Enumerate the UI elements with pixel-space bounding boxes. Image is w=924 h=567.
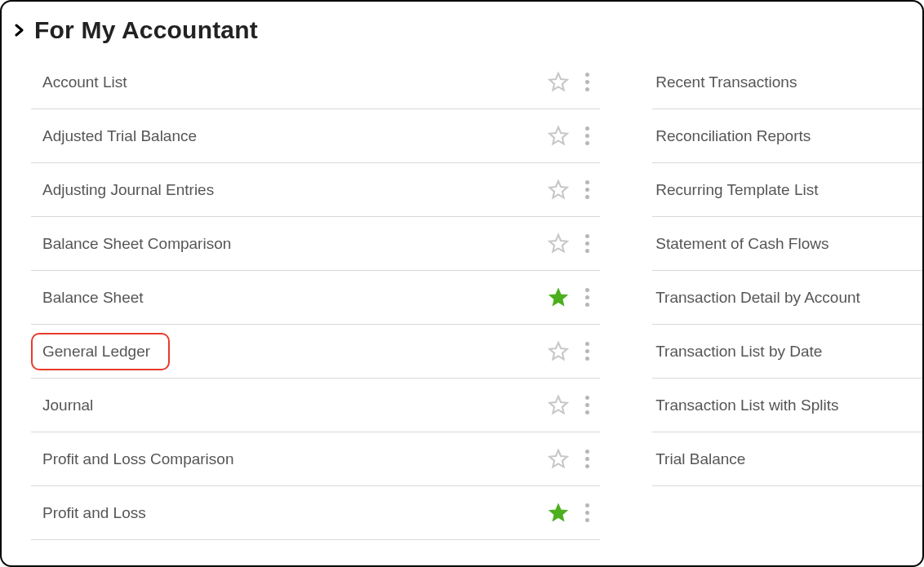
row-actions (544, 176, 600, 204)
report-row[interactable]: Trial Balance (652, 432, 922, 486)
report-label[interactable]: Transaction List by Date (652, 343, 922, 361)
row-actions (544, 499, 600, 527)
report-row[interactable]: Recurring Template List (652, 163, 922, 217)
star-outline-icon[interactable] (544, 176, 572, 204)
kebab-menu-icon[interactable] (577, 284, 597, 312)
report-row[interactable]: Adjusting Journal Entries (31, 163, 600, 217)
report-label[interactable]: Adjusting Journal Entries (31, 181, 544, 199)
kebab-menu-icon[interactable] (577, 338, 597, 365)
report-row[interactable]: Account List (31, 55, 600, 109)
row-actions (544, 338, 600, 365)
report-label[interactable]: Reconciliation Reports (652, 127, 922, 145)
kebab-menu-icon[interactable] (577, 392, 597, 419)
report-label[interactable]: Recurring Template List (652, 181, 922, 199)
report-label[interactable]: Transaction Detail by Account (652, 289, 922, 307)
report-row[interactable]: General Ledger (31, 325, 600, 379)
report-columns: Account ListAdjusted Trial BalanceAdjust… (2, 55, 922, 540)
report-list-right: Recent TransactionsReconciliation Report… (652, 55, 922, 486)
kebab-menu-icon[interactable] (577, 499, 597, 527)
report-list-left: Account ListAdjusted Trial BalanceAdjust… (31, 55, 600, 540)
kebab-menu-icon[interactable] (577, 122, 597, 150)
section-title: For My Accountant (34, 16, 258, 44)
row-actions (544, 392, 600, 419)
row-actions (544, 230, 600, 258)
kebab-menu-icon[interactable] (577, 445, 597, 473)
report-row[interactable]: Transaction Detail by Account (652, 271, 922, 325)
star-filled-icon[interactable] (544, 284, 572, 312)
report-row[interactable]: Reconciliation Reports (652, 109, 922, 163)
report-row[interactable]: Balance Sheet Comparison (31, 217, 600, 271)
report-label[interactable]: Statement of Cash Flows (652, 235, 922, 253)
report-label[interactable]: Balance Sheet (31, 289, 544, 307)
chevron-right-icon[interactable] (8, 19, 31, 42)
star-outline-icon[interactable] (544, 392, 572, 419)
report-row[interactable]: Profit and Loss (31, 486, 600, 540)
report-row[interactable]: Balance Sheet (31, 271, 600, 325)
star-outline-icon[interactable] (544, 122, 572, 150)
kebab-menu-icon[interactable] (577, 176, 597, 204)
report-row[interactable]: Transaction List with Splits (652, 379, 922, 432)
report-label[interactable]: Transaction List with Splits (652, 396, 922, 414)
report-label[interactable]: Profit and Loss (31, 504, 544, 522)
report-row[interactable]: Recent Transactions (652, 55, 922, 109)
star-outline-icon[interactable] (544, 69, 572, 96)
report-label[interactable]: Recent Transactions (652, 73, 922, 91)
report-row[interactable]: Profit and Loss Comparison (31, 432, 600, 486)
report-label[interactable]: Journal (31, 396, 544, 414)
report-row[interactable]: Adjusted Trial Balance (31, 109, 600, 163)
report-section-frame: For My Accountant Account ListAdjusted T… (0, 0, 924, 567)
star-outline-icon[interactable] (544, 338, 572, 365)
kebab-menu-icon[interactable] (577, 69, 597, 96)
report-row[interactable]: Transaction List by Date (652, 325, 922, 379)
report-label[interactable]: General Ledger (31, 343, 544, 361)
report-label[interactable]: Balance Sheet Comparison (31, 235, 544, 253)
kebab-menu-icon[interactable] (577, 230, 597, 258)
report-label[interactable]: Trial Balance (652, 450, 922, 468)
report-row[interactable]: Journal (31, 379, 600, 432)
star-outline-icon[interactable] (544, 230, 572, 258)
star-outline-icon[interactable] (544, 445, 572, 473)
report-row[interactable]: Statement of Cash Flows (652, 217, 922, 271)
row-actions (544, 69, 600, 96)
row-actions (544, 284, 600, 312)
star-filled-icon[interactable] (544, 499, 572, 527)
report-label[interactable]: Account List (31, 73, 544, 91)
report-label[interactable]: Profit and Loss Comparison (31, 450, 544, 468)
row-actions (544, 445, 600, 473)
section-header: For My Accountant (2, 16, 922, 55)
row-actions (544, 122, 600, 150)
report-label[interactable]: Adjusted Trial Balance (31, 127, 544, 145)
